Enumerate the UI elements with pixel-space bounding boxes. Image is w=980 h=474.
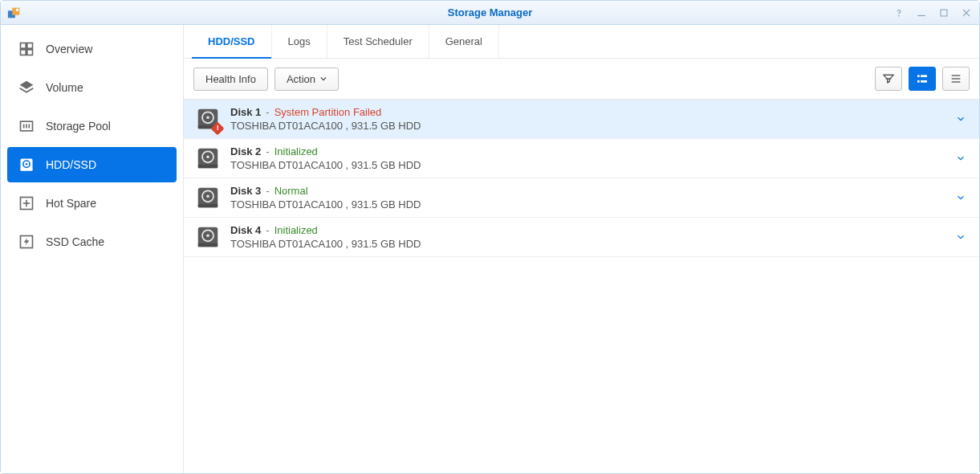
chevron-down-icon xyxy=(955,192,966,203)
close-icon[interactable] xyxy=(960,6,973,19)
tab-hdd-ssd[interactable]: HDD/SSD xyxy=(192,25,272,58)
svg-point-33 xyxy=(206,116,209,120)
minimize-icon[interactable] xyxy=(915,6,928,19)
disk-status: System Partition Failed xyxy=(274,106,382,118)
sidebar-item-label: Volume xyxy=(46,81,83,94)
hdd-icon xyxy=(197,186,219,209)
svg-point-37 xyxy=(206,156,209,159)
sidebar-item-label: Hot Spare xyxy=(46,197,96,210)
expand-button[interactable] xyxy=(955,231,966,243)
detail-view-icon xyxy=(950,72,962,85)
sidebar-item-hdd-ssd[interactable]: HDD/SSD xyxy=(7,147,177,182)
sidebar-item-hot-spare[interactable]: Hot Spare xyxy=(7,186,177,221)
health-info-button[interactable]: Health Info xyxy=(193,67,268,91)
svg-point-18 xyxy=(26,163,28,165)
svg-rect-10 xyxy=(21,50,26,55)
chevron-down-icon xyxy=(955,153,966,164)
action-label: Action xyxy=(287,73,315,85)
sidebar-item-storage-pool[interactable]: Storage Pool xyxy=(7,108,177,144)
tab-logs[interactable]: Logs xyxy=(272,25,327,58)
chevron-down-icon xyxy=(955,113,966,125)
hdd-icon xyxy=(197,108,219,130)
hdd-icon xyxy=(18,157,35,173)
svg-rect-38 xyxy=(198,165,218,168)
svg-rect-26 xyxy=(917,80,920,83)
expand-button[interactable] xyxy=(955,153,966,164)
disk-details: TOSHIBA DT01ACA100 , 931.5 GB HDD xyxy=(230,159,944,171)
disk-list: Disk 1-System Partition FailedTOSHIBA DT… xyxy=(184,99,979,257)
sidebar-item-ssd-cache[interactable]: SSD Cache xyxy=(7,224,177,259)
svg-rect-19 xyxy=(21,169,33,171)
filter-icon xyxy=(882,72,895,85)
disk-row[interactable]: Disk 1-System Partition FailedTOSHIBA DT… xyxy=(184,100,979,139)
app-window: Storage Manager OverviewVolumeStorage Po… xyxy=(0,0,980,474)
svg-point-45 xyxy=(206,235,209,238)
window-controls xyxy=(893,6,973,19)
disk-name: Disk 4 xyxy=(230,224,261,236)
disk-text: Disk 1-System Partition FailedTOSHIBA DT… xyxy=(230,106,944,132)
disk-details: TOSHIBA DT01ACA100 , 931.5 GB HDD xyxy=(230,198,944,210)
chevron-down-icon xyxy=(320,76,327,82)
disk-status: Initialized xyxy=(274,224,318,236)
expand-button[interactable] xyxy=(955,113,966,125)
main-panel: HDD/SSDLogsTest SchedulerGeneral Health … xyxy=(184,25,979,473)
sidebar-item-overview[interactable]: Overview xyxy=(7,31,177,67)
disk-row[interactable]: Disk 2-InitializedTOSHIBA DT01ACA100 , 9… xyxy=(184,139,979,178)
disk-status: Initialized xyxy=(274,145,318,157)
sidebar: OverviewVolumeStorage PoolHDD/SSDHot Spa… xyxy=(1,25,184,473)
svg-rect-42 xyxy=(198,204,218,207)
toolbar: Health Info Action xyxy=(184,59,979,99)
help-icon[interactable] xyxy=(893,6,905,19)
svg-rect-5 xyxy=(941,10,947,16)
hdd-icon xyxy=(197,226,219,248)
detail-view-button[interactable] xyxy=(942,67,970,91)
overview-icon xyxy=(18,41,35,57)
disk-row[interactable]: Disk 4-InitializedTOSHIBA DT01ACA100 , 9… xyxy=(184,218,979,257)
expand-button[interactable] xyxy=(955,192,966,203)
sidebar-item-label: Overview xyxy=(46,43,92,55)
pool-icon xyxy=(18,118,35,134)
list-view-icon xyxy=(916,72,929,85)
disk-status: Normal xyxy=(274,185,308,197)
tabs: HDD/SSDLogsTest SchedulerGeneral xyxy=(184,25,979,59)
tab-test-scheduler[interactable]: Test Scheduler xyxy=(327,25,429,58)
spare-icon xyxy=(18,195,35,211)
disk-text: Disk 3-NormalTOSHIBA DT01ACA100 , 931.5 … xyxy=(230,185,944,210)
disk-name: Disk 2 xyxy=(230,145,261,157)
sidebar-item-label: Storage Pool xyxy=(46,120,111,133)
sidebar-item-label: HDD/SSD xyxy=(46,158,96,171)
svg-rect-8 xyxy=(21,43,26,49)
svg-point-41 xyxy=(206,195,209,198)
sidebar-item-volume[interactable]: Volume xyxy=(7,70,177,105)
window-title: Storage Manager xyxy=(1,6,979,18)
maximize-icon[interactable] xyxy=(937,6,950,19)
volume-icon xyxy=(18,80,35,96)
svg-rect-11 xyxy=(27,50,33,55)
disk-name: Disk 3 xyxy=(230,185,261,197)
disk-name: Disk 1 xyxy=(230,106,261,118)
disk-details: TOSHIBA DT01ACA100 , 931.5 GB HDD xyxy=(230,238,944,250)
svg-point-3 xyxy=(899,15,900,16)
svg-rect-46 xyxy=(198,243,218,247)
svg-rect-27 xyxy=(921,80,927,83)
app-icon xyxy=(7,6,22,20)
disk-text: Disk 2-InitializedTOSHIBA DT01ACA100 , 9… xyxy=(230,145,944,171)
svg-rect-25 xyxy=(921,75,927,77)
svg-rect-1 xyxy=(12,7,19,14)
disk-text: Disk 4-InitializedTOSHIBA DT01ACA100 , 9… xyxy=(230,224,944,250)
disk-row[interactable]: Disk 3-NormalTOSHIBA DT01ACA100 , 931.5 … xyxy=(184,178,979,218)
sidebar-item-label: SSD Cache xyxy=(46,235,104,248)
cache-icon xyxy=(18,234,35,250)
action-button[interactable]: Action xyxy=(274,67,339,91)
tab-general[interactable]: General xyxy=(429,25,499,58)
svg-rect-9 xyxy=(27,43,33,49)
chevron-down-icon xyxy=(955,231,966,243)
titlebar: Storage Manager xyxy=(1,1,979,25)
list-view-button[interactable] xyxy=(909,67,936,91)
hdd-icon xyxy=(197,147,219,170)
svg-rect-24 xyxy=(917,75,920,77)
disk-details: TOSHIBA DT01ACA100 , 931.5 GB HDD xyxy=(230,120,944,132)
svg-point-2 xyxy=(16,8,19,11)
filter-button[interactable] xyxy=(875,67,902,91)
